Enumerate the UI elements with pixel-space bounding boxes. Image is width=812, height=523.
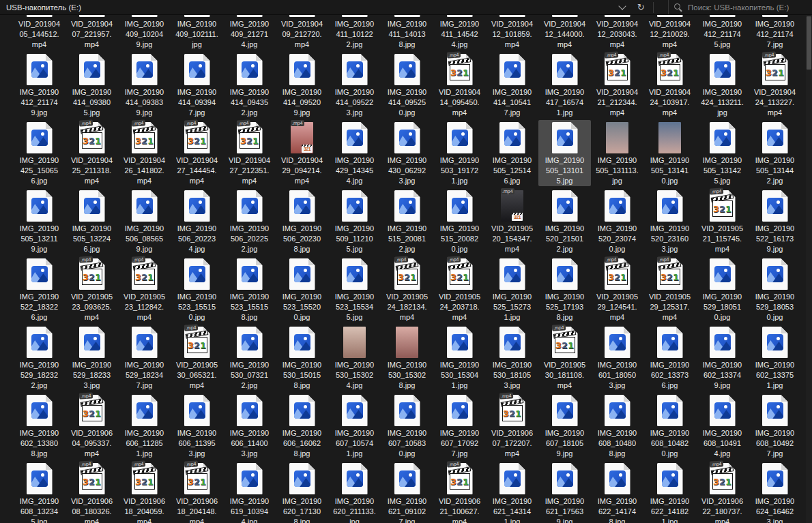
file-tile[interactable]: IMG_20190624_164623.jpg <box>749 461 801 523</box>
file-tile[interactable]: IMG_20190505_131113.jpg <box>591 120 643 186</box>
file-tile[interactable]: IMG_20190414_095209.jpg <box>276 52 328 118</box>
file-tile[interactable]: .mp4 321 VID_20190607_172207.mp4 <box>486 393 538 459</box>
file-tile[interactable]: IMG_20190619_103944.jpg <box>223 461 276 523</box>
file-tile[interactable]: IMG_20190412_211749.jpg <box>13 52 66 118</box>
file-tile[interactable]: IMG_20190602_133808.jpg <box>13 393 66 459</box>
file-tile[interactable]: IMG_20190608_104914.jpg <box>696 393 749 459</box>
file-tile[interactable]: IMG_20190529_180510.jpg <box>696 256 749 323</box>
file-tile[interactable]: .mp4 321 VID_20190604_095337.mp4 <box>66 393 118 459</box>
file-tile[interactable]: IMG_20190506_202252.jpg <box>223 188 276 254</box>
file-tile[interactable]: IMG_20190601_180503.jpg <box>591 325 643 391</box>
file-tile[interactable]: .mp4 321 VID_20190429_094214.mp4 <box>276 120 328 186</box>
file-tile[interactable]: IMG_20190414_105417.jpg <box>486 52 538 118</box>
file-tile[interactable]: IMG_20190607_105741.jpg <box>328 393 381 459</box>
file-tile[interactable]: IMG_20190414_093947.jpg <box>171 52 223 118</box>
file-tile[interactable]: IMG_20190607_181059.jpg <box>538 393 591 459</box>
file-tile[interactable]: IMG_20190621_091027.jpg <box>381 461 433 523</box>
file-tile[interactable]: IMG_20190414_095250.jpg <box>381 52 433 118</box>
file-tile[interactable]: IMG_20190607_105830.jpg <box>381 393 433 459</box>
file-tile[interactable]: .mp4 321 VID_20190521_115745.mp4 <box>696 188 749 254</box>
file-tile[interactable]: IMG_20190608_104927.jpg <box>749 393 801 459</box>
file-tile[interactable]: .mp4 321 VID_20190427_144454.mp4 <box>171 120 223 186</box>
file-tile[interactable]: .mp4 321 VID_20190426_141802.mp4 <box>118 120 171 186</box>
file-tile[interactable]: IMG_20190430_062923.jpg <box>381 120 433 186</box>
file-tile[interactable]: IMG_20190529_182322.jpg <box>13 325 66 391</box>
file-tile[interactable]: IMG_20190606_114003.jpg <box>223 393 276 459</box>
file-tile[interactable]: .mp4 321 VID_20190524_182134.mp4 <box>381 256 433 323</box>
file-tile[interactable]: .mp4 321 VID_20190530_065321.mp4 <box>171 325 223 391</box>
file-tile[interactable]: IMG_20190529_182347.jpg <box>118 325 171 391</box>
file-tile[interactable]: .mp4 321 VID_20190520_154347.mp4 <box>486 188 538 254</box>
file-tile[interactable]: IMG_20190606_160628.jpg <box>276 393 328 459</box>
file-tile[interactable]: IMG_20190523_155200.jpg <box>276 256 328 323</box>
file-tile[interactable]: .mp4 321 VID_20190608_180326.mp4 <box>66 461 118 523</box>
file-tile[interactable]: IMG_20190602_133751.jpg <box>749 325 801 391</box>
chevron-down-icon[interactable] <box>618 2 626 10</box>
file-tile[interactable]: IMG_20190424_113211.jpg <box>696 52 749 118</box>
file-tile[interactable]: IMG_20190509_112105.jpg <box>328 188 381 254</box>
search-input[interactable] <box>686 3 812 12</box>
file-tile[interactable]: IMG_20190622_141748.jpg <box>591 461 643 523</box>
file-tile[interactable]: IMG_20190417_165741.jpg <box>538 52 591 118</box>
file-tile[interactable]: IMG_20190414_093805.jpg <box>66 52 118 118</box>
file-tile[interactable]: .mp4 321 VID_20190618_204059.mp4 <box>118 461 171 523</box>
file-tile[interactable]: IMG_20190530_153024.jpg <box>328 325 381 391</box>
file-tile[interactable]: IMG_20190523_155150.jpg <box>171 256 223 323</box>
file-tile[interactable]: IMG_20190523_155158.jpg <box>223 256 276 323</box>
file-tile[interactable]: IMG_20190608_104820.jpg <box>643 393 696 459</box>
file-tile[interactable]: .mp4 321 VID_20190421_212344.mp4 <box>591 52 643 118</box>
file-tile[interactable]: IMG_20190520_231603.jpg <box>643 188 696 254</box>
file-tile[interactable]: IMG_20190515_200812.jpg <box>381 188 433 254</box>
file-tile[interactable]: IMG_20190506_202308.jpg <box>276 188 328 254</box>
refresh-icon[interactable]: ↻ <box>637 3 645 12</box>
file-tile[interactable]: .mp4 321 VID_20190621_100627.mp4 <box>433 461 486 523</box>
file-tile[interactable]: IMG_20190607_170927.jpg <box>433 393 486 459</box>
file-tile[interactable]: .mp4 321 VID_20190427_212351.mp4 <box>223 120 276 186</box>
file-tile[interactable]: IMG_20190530_153041.jpg <box>433 325 486 391</box>
file-tile[interactable]: IMG_20190505_132119.jpg <box>13 188 66 254</box>
file-tile[interactable]: IMG_20190414_093839.jpg <box>118 52 171 118</box>
file-tile[interactable]: IMG_20190505_132246.jpg <box>66 188 118 254</box>
file-tile[interactable]: .mp4 321 VID_20190529_125317.mp4 <box>643 256 696 323</box>
file-tile[interactable]: IMG_20190429_143454.jpg <box>328 120 381 186</box>
file-tile[interactable]: IMG_20190520_215012.jpg <box>538 188 591 254</box>
file-tile[interactable]: .mp4 321 VID_20190618_204148.mp4 <box>171 461 223 523</box>
file-tile[interactable]: IMG_20190505_131442.jpg <box>749 120 801 186</box>
file-tile[interactable]: IMG_20190515_200820.jpg <box>433 188 486 254</box>
file-tile[interactable]: IMG_20190505_131410.jpg <box>643 120 696 186</box>
file-tile[interactable]: IMG_20190530_150158.jpg <box>276 325 328 391</box>
file-tile[interactable]: IMG_20190530_073212.jpg <box>223 325 276 391</box>
file-tile[interactable]: IMG_20190621_175639.jpg <box>538 461 591 523</box>
scrollbar-thumb[interactable] <box>807 16 811 70</box>
file-tile[interactable]: IMG_20190530_153028.jpg <box>381 325 433 391</box>
file-tile[interactable]: IMG_20190621_143141.jpg <box>486 461 538 523</box>
file-tile[interactable]: IMG_20190506_085659.jpg <box>118 188 171 254</box>
address-bar[interactable]: USB-накопитель (E:) ↻ <box>0 0 653 14</box>
file-tile[interactable]: IMG_20190506_202234.jpg <box>171 188 223 254</box>
file-tile[interactable]: IMG_20190530_181053.jpg <box>486 325 538 391</box>
file-tile[interactable]: .mp4 321 VID_20190425_211318.mp4 <box>66 120 118 186</box>
file-tile[interactable]: .mp4 321 VID_20190424_113227.mp4 <box>749 52 801 118</box>
file-tile[interactable]: IMG_20190602_133749.jpg <box>696 325 749 391</box>
file-tile[interactable]: IMG_20190414_095223.jpg <box>328 52 381 118</box>
file-tile[interactable]: .mp4 321 VID_20190524_203718.mp4 <box>433 256 486 323</box>
file-tile[interactable]: IMG_20190520_230740.jpg <box>591 188 643 254</box>
file-tile[interactable]: IMG_20190522_161739.jpg <box>749 188 801 254</box>
file-tile[interactable]: IMG_20190505_131425.jpg <box>696 120 749 186</box>
file-tile[interactable]: IMG_20190529_180530.jpg <box>749 256 801 323</box>
vertical-scrollbar[interactable] <box>806 15 812 523</box>
file-tile[interactable]: IMG_20190529_182333.jpg <box>66 325 118 391</box>
file-tile[interactable]: IMG_20190503_191721.jpg <box>433 120 486 186</box>
file-tile[interactable]: IMG_20190505_131015.jpg <box>538 120 591 186</box>
file-tile[interactable]: IMG_20190606_112851.jpg <box>118 393 171 459</box>
file-tile[interactable]: .mp4 321 VID_20190523_112842.mp4 <box>118 256 171 323</box>
file-tile[interactable]: .mp4 321 VID_20190424_103917.mp4 <box>643 52 696 118</box>
file-tile[interactable]: IMG_20190608_104808.jpg <box>591 393 643 459</box>
file-tile[interactable]: IMG_20190608_132345.jpg <box>13 461 66 523</box>
file-tile[interactable]: IMG_20190622_141821.jpg <box>643 461 696 523</box>
file-tile[interactable]: IMG_20190505_125146.jpg <box>486 120 538 186</box>
file-tile[interactable]: .mp4 321 VID_20190529_124541.mp4 <box>591 256 643 323</box>
file-tile[interactable]: .mp4 321 VID_20190530_181108.mp4 <box>538 325 591 391</box>
file-tile[interactable]: IMG_20190525_152731.jpg <box>486 256 538 323</box>
file-tile[interactable]: IMG_20190425_150656.jpg <box>13 120 66 186</box>
